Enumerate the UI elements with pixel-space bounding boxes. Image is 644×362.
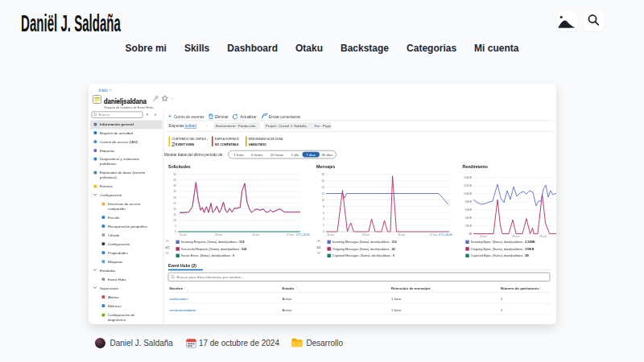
svg-text:20KB: 20KB xyxy=(465,224,473,228)
svg-text:17 oct: 17 oct xyxy=(287,233,294,237)
svg-text:0B: 0B xyxy=(469,232,473,236)
svg-text:11 oct: 11 oct xyxy=(180,233,187,237)
svg-text:Configuración: Configuración xyxy=(108,242,130,246)
svg-text:1 hora: 1 hora xyxy=(391,308,402,312)
svg-text:Estado: Estado xyxy=(283,286,295,290)
svg-text:Alertas: Alertas xyxy=(108,295,119,299)
svg-text:Etiquetas: Etiquetas xyxy=(100,149,115,153)
svg-text:60KB: 60KB xyxy=(465,208,473,212)
svg-text:diagnóstico: diagnóstico xyxy=(108,318,126,322)
svg-text:Buscar para filtrar elementos: Buscar para filtrar elementos por nombre… xyxy=(177,275,244,279)
svg-text:Outgoing Bytes. (Suma), daniel: Outgoing Bytes. (Suma), danieljsaldana :… xyxy=(471,248,535,251)
svg-text:recommendation: recommendation xyxy=(170,308,196,312)
svg-text:Supervisión: Supervisión xyxy=(100,286,118,290)
svg-text:30 días: 30 días xyxy=(321,153,332,157)
svg-text:12 horas: 12 horas xyxy=(270,153,284,157)
svg-text:Buscar: Buscar xyxy=(99,113,110,117)
svg-text:35: 35 xyxy=(173,190,176,193)
svg-text:(editar): (editar) xyxy=(185,124,197,128)
svg-text:1 día: 1 día xyxy=(291,153,299,157)
svg-text:EVENT HUBS: EVENT HUBS xyxy=(175,143,195,146)
svg-text:Environment : Producción: Environment : Producción xyxy=(216,124,256,128)
svg-text:Tier : Pago: Tier : Pago xyxy=(314,124,331,128)
svg-text:40: 40 xyxy=(173,184,176,187)
svg-text:1 hora: 1 hora xyxy=(233,153,244,157)
svg-text:compartido: compartido xyxy=(108,207,126,211)
svg-text:Retención de mensajes: Retención de mensajes xyxy=(391,286,431,290)
svg-text:Directivas de acceso: Directivas de acceso xyxy=(108,202,141,206)
svg-text:Cifrado: Cifrado xyxy=(108,233,120,237)
svg-text:Registro de actividad: Registro de actividad xyxy=(100,131,134,135)
svg-text:Event Hubs (2): Event Hubs (2) xyxy=(168,263,196,268)
svg-text:140KB: 140KB xyxy=(464,176,473,179)
svg-text:Event Hubs: Event Hubs xyxy=(108,278,127,282)
svg-text::: : xyxy=(206,124,207,128)
svg-text:11 oct: 11 oct xyxy=(480,235,487,238)
svg-text:120KB: 120KB xyxy=(464,184,473,187)
svg-text:Rendimiento: Rendimiento xyxy=(463,164,488,169)
svg-text:Active: Active xyxy=(283,297,293,301)
svg-text:Incoming Bytes. (Suma), daniel: Incoming Bytes. (Suma), danieljsaldana :… xyxy=(471,241,535,244)
svg-text:2: 2 xyxy=(323,224,324,227)
svg-text:Inicio: Inicio xyxy=(99,88,108,93)
svg-text:Bloqueos: Bloqueos xyxy=(108,260,123,264)
svg-text:1: 1 xyxy=(501,308,503,312)
svg-text:Project : Daniel J. Saldaña: Project : Daniel J. Saldaña xyxy=(266,124,307,128)
svg-text:12: 12 xyxy=(321,192,324,195)
svg-text:«: « xyxy=(155,112,157,117)
svg-text:2: 2 xyxy=(171,141,175,148)
svg-text:15 oct: 15 oct xyxy=(252,233,259,237)
svg-text:danieljsaldana: danieljsaldana xyxy=(104,97,147,105)
svg-text:45: 45 xyxy=(173,179,176,182)
svg-text:40KB: 40KB xyxy=(465,216,473,220)
svg-text:Actualizar: Actualizar xyxy=(241,115,258,119)
svg-text:Escalar: Escalar xyxy=(108,216,120,220)
svg-text:Nombre: Nombre xyxy=(170,286,184,290)
svg-text:18: 18 xyxy=(321,173,324,176)
svg-text:Outgoing Messages (Suma), dani: Outgoing Messages (Suma), danieljsaldana… xyxy=(332,248,395,251)
svg-text:4: 4 xyxy=(323,217,324,220)
svg-text:↓: ↓ xyxy=(542,288,543,291)
svg-text:HABILITADO: HABILITADO xyxy=(249,143,266,146)
svg-text:Eventos: Eventos xyxy=(100,184,114,188)
svg-text:Incoming Messages (Suma), dani: Incoming Messages (Suma), danieljsaldana… xyxy=(332,241,397,244)
svg-text:Active: Active xyxy=(283,308,293,312)
svg-text:Server Errors. (Suma), danielj: Server Errors. (Suma), danieljsaldana : … xyxy=(181,254,234,257)
svg-text:notifications: notifications xyxy=(170,297,189,301)
svg-text:⋯: ⋯ xyxy=(171,96,175,101)
svg-text:15: 15 xyxy=(173,213,176,216)
svg-text:1: 1 xyxy=(501,297,503,301)
svg-text:Eliminar: Eliminar xyxy=(215,115,229,119)
svg-text:Enviar comentarios: Enviar comentarios xyxy=(269,115,301,119)
svg-text:0: 0 xyxy=(323,230,324,233)
svg-text:0: 0 xyxy=(175,230,176,233)
svg-text:13 oct: 13 oct xyxy=(512,235,519,238)
svg-text:Diagnosticar y solucionar: Diagnosticar y solucionar xyxy=(100,157,140,161)
svg-text:REDUNDANCIA DE ZONA: REDUNDANCIA DE ZONA xyxy=(249,138,283,141)
svg-text:80KB: 80KB xyxy=(465,200,473,204)
svg-text:17 oct: 17 oct xyxy=(430,233,437,237)
svg-text:Daniël J. Saldaña: Daniël J. Saldaña xyxy=(21,10,121,37)
svg-text:CONTENIDO DEL ESPACI...: CONTENIDO DEL ESPACI... xyxy=(172,138,209,141)
svg-text:NO COMPATIBLE: NO COMPATIBLE xyxy=(215,143,239,146)
svg-text:problemas: problemas xyxy=(100,162,117,166)
svg-text:Control de acceso (IAM): Control de acceso (IAM) xyxy=(100,140,138,144)
svg-text:Entidades: Entidades xyxy=(100,269,116,273)
svg-text:16: 16 xyxy=(321,179,324,183)
svg-text:10: 10 xyxy=(173,219,176,222)
svg-text:8: 8 xyxy=(323,205,324,208)
svg-text:50: 50 xyxy=(173,173,176,176)
svg-text:↓: ↓ xyxy=(299,288,300,291)
svg-text:Recuperación geográfica: Recuperación geográfica xyxy=(108,224,147,228)
svg-text:UTC+02:00: UTC+02:00 xyxy=(296,233,310,237)
svg-text:10: 10 xyxy=(321,199,324,202)
svg-text:1/2: 1/2 xyxy=(165,245,170,249)
svg-text:>: > xyxy=(109,88,112,93)
svg-text:20: 20 xyxy=(173,208,176,211)
svg-text:↓: ↓ xyxy=(431,288,433,291)
svg-text:Métricas: Métricas xyxy=(108,304,122,308)
svg-text:6: 6 xyxy=(323,212,324,215)
svg-text:1 hora: 1 hora xyxy=(391,297,402,301)
svg-text:Centro de eventos: Centro de eventos xyxy=(174,115,204,119)
svg-text:Solicitudes: Solicitudes xyxy=(168,164,191,169)
